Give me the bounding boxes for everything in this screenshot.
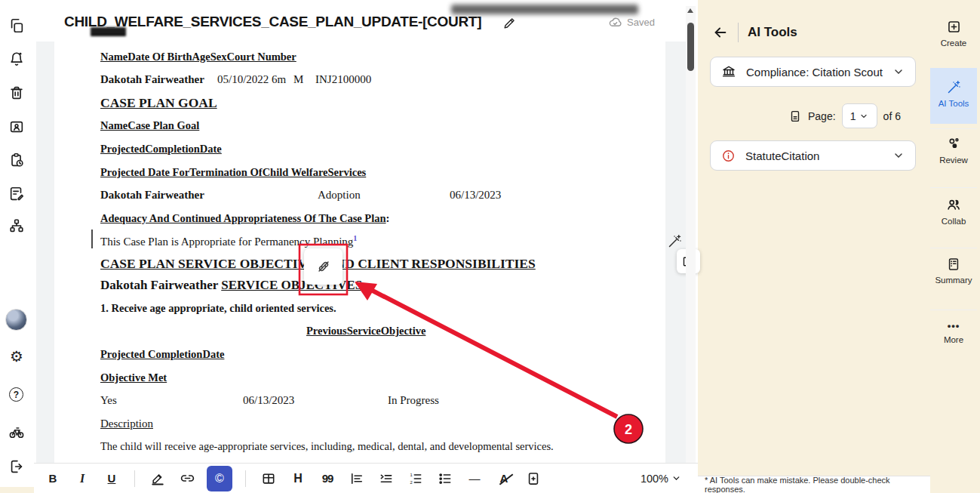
goal-name: Dakotah Fairweather	[100, 189, 204, 201]
saved-label: Saved	[627, 17, 655, 28]
doc-line-previous-service-objective: PreviousServiceObjective	[306, 325, 425, 337]
doc-line-appropriateness: This Case Plan is Appropriate for Perman…	[100, 234, 357, 248]
trash-icon[interactable]	[8, 85, 25, 101]
form-edit-icon[interactable]	[8, 186, 25, 202]
svg-text:2: 2	[410, 479, 413, 484]
tab-more[interactable]: ••• More	[930, 321, 977, 344]
clear-format-glyph: A	[500, 472, 508, 485]
toolbar-divider	[134, 470, 135, 487]
doc-line-header-fields: NameDate Of BirthAgeSexCourt Number	[100, 51, 296, 63]
add-page-button[interactable]	[524, 468, 543, 489]
text-caret-bar	[91, 230, 93, 248]
underline-button[interactable]: U	[102, 468, 121, 489]
doc-line-goal-row: Dakotah Fairweather Adoption 06/13/2023	[100, 189, 204, 202]
status-date: 06/13/2023	[243, 394, 294, 407]
toolbar-divider	[245, 470, 246, 487]
help-icon[interactable]: ?	[9, 387, 23, 402]
status-progress: In Progress	[388, 394, 439, 407]
rail-divider	[930, 187, 977, 188]
numbered-list-button[interactable]: 12	[406, 468, 425, 489]
align-left-button[interactable]	[347, 468, 367, 489]
statute-citation-dropdown[interactable]: StatuteCitation	[710, 140, 916, 171]
italic-button[interactable]: I	[72, 468, 92, 489]
back-arrow-icon[interactable]	[712, 24, 729, 41]
copy-pages-icon[interactable]	[8, 17, 25, 34]
rail-divider	[930, 128, 977, 129]
edit-title-pencil-icon[interactable]	[502, 16, 517, 30]
tab-summary[interactable]: Summary	[930, 257, 977, 285]
indent-button[interactable]	[376, 468, 396, 489]
unlink-citation-button[interactable]	[304, 248, 343, 285]
child-sex: M	[293, 73, 303, 86]
adequacy-heading: Adequacy And Continued Appropriateness O…	[100, 212, 386, 224]
doc-line-objective-met: Objective Met	[100, 371, 167, 384]
tab-collab[interactable]: Collab	[930, 196, 977, 226]
doc-scrollbar-up-arrow[interactable]	[687, 8, 693, 13]
doc-line-objective-1: 1. Receive age appropriate, child orient…	[100, 302, 336, 315]
adequacy-colon: :	[386, 212, 390, 224]
magic-wand-icon	[946, 79, 962, 95]
child-name: Dakotah Fairweather	[100, 73, 204, 85]
left-sidebar	[0, 0, 34, 487]
avatar[interactable]	[5, 309, 27, 331]
tab-label: More	[944, 335, 963, 344]
formatting-toolbar: B I U © H 99 12 — A 100%	[34, 463, 698, 493]
ai-wand-floating-icon[interactable]	[667, 233, 683, 249]
doc-line-status-row: Yes 06/13/2023 In Progress	[100, 394, 117, 407]
save-status: Saved	[608, 15, 655, 29]
doc-line-projected-completion-2: Projected CompletionDate	[100, 348, 224, 361]
notifications-bell-icon[interactable]	[8, 51, 25, 67]
heading-button[interactable]: H	[288, 468, 308, 489]
goal-date: 06/13/2023	[450, 189, 501, 202]
bike-icon[interactable]	[8, 424, 25, 440]
tab-label: AI Tools	[939, 99, 969, 108]
media-folder-icon[interactable]	[8, 119, 25, 135]
tab-label: Summary	[935, 276, 972, 285]
collab-people-icon	[945, 196, 962, 213]
ai-panel-title: AI Tools	[748, 25, 797, 40]
horizontal-rule-button[interactable]: —	[465, 468, 484, 489]
logout-icon[interactable]	[8, 458, 25, 475]
page-value: 1	[850, 110, 856, 122]
doc-heading-case-plan-goal: CASE PLAN GOAL	[100, 95, 217, 111]
disclaimer-text: * AI Tools can make mistake. Please doub…	[705, 476, 930, 493]
chevron-down-icon	[892, 66, 905, 78]
doc-scrollbar-thumb[interactable]	[687, 23, 694, 71]
doc-line-projected-termination: Projected Date ForTermination OfChild We…	[100, 166, 366, 179]
highlighter-button[interactable]	[148, 468, 167, 489]
redacted-doc-text	[91, 27, 126, 36]
info-icon	[721, 149, 736, 163]
tab-review[interactable]: Review	[930, 136, 977, 165]
bold-button[interactable]: B	[43, 468, 63, 489]
bullet-list-button[interactable]	[435, 468, 455, 489]
page-total: of 6	[883, 110, 901, 122]
table-button[interactable]	[259, 468, 278, 489]
doc-scrollbar-track[interactable]	[686, 6, 696, 463]
footnote-marker[interactable]: 1	[353, 234, 357, 242]
cloud-check-icon	[608, 15, 622, 29]
zoom-control[interactable]: 100%	[641, 473, 681, 485]
rail-divider	[930, 248, 977, 248]
chevron-down-icon	[671, 473, 681, 483]
compliance-tool-label: Compliance: Citation Scout	[746, 66, 883, 79]
bank-icon	[721, 64, 736, 79]
tab-ai-tools[interactable]: AI Tools	[930, 79, 977, 108]
page-doc-icon	[788, 109, 802, 123]
citation-button[interactable]: ©	[207, 466, 232, 491]
child-dob: 05/10/2022	[217, 73, 269, 86]
settings-gear-icon[interactable]: ⚙	[8, 348, 25, 365]
clear-format-button[interactable]: A	[494, 468, 514, 489]
goal-value: Adoption	[318, 189, 361, 202]
link-button[interactable]	[177, 468, 197, 489]
chevron-down-icon	[892, 149, 905, 162]
org-chart-icon[interactable]	[8, 217, 25, 234]
svg-text:1: 1	[410, 473, 413, 477]
doc-line-projected-completion: ProjectedCompletionDate	[100, 143, 222, 156]
tab-create[interactable]: Create	[930, 19, 977, 48]
doc-line-adequacy: Adequacy And Continued Appropriateness O…	[100, 212, 389, 225]
page-select[interactable]: 1	[842, 103, 877, 128]
compliance-tool-dropdown[interactable]: Compliance: Citation Scout	[710, 57, 916, 87]
blockquote-button[interactable]: 99	[318, 468, 337, 489]
clipboard-history-icon[interactable]	[8, 152, 25, 168]
objectives-owner: Dakotah Fairweather	[100, 278, 218, 292]
